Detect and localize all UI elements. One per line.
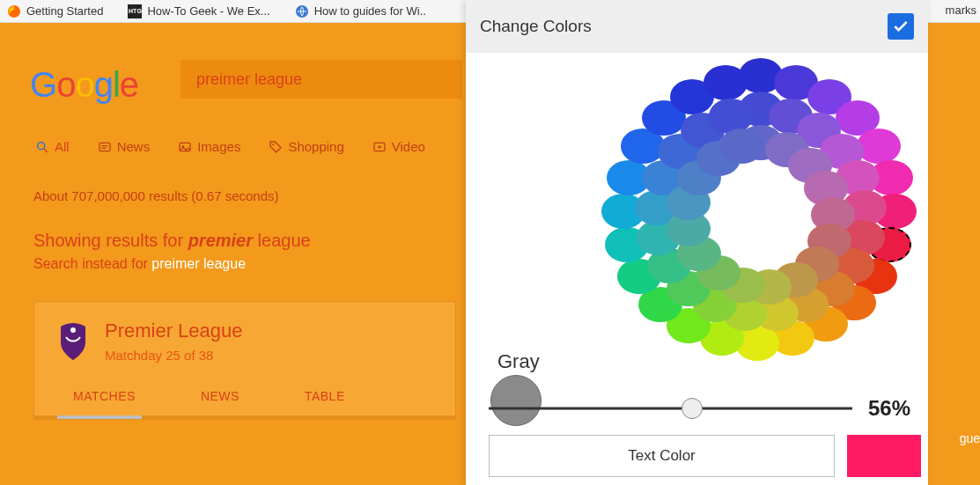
bookmark-label: Getting Started <box>26 4 103 18</box>
slider-value: 56% <box>868 396 910 421</box>
image-icon <box>178 140 192 154</box>
instead-prefix: Search instead for <box>33 256 151 271</box>
svg-rect-4 <box>99 143 110 151</box>
svg-point-11 <box>70 327 76 333</box>
color-wheel[interactable] <box>540 58 894 391</box>
htg-icon: HTG <box>128 4 142 18</box>
premier-league-card: Premier League Matchday 25 of 38 MATCHES… <box>33 301 456 420</box>
play-icon <box>372 140 387 154</box>
card-subtitle: Matchday 25 of 38 <box>105 348 243 363</box>
popup-header: Change Colors <box>466 0 928 53</box>
card-tab-news[interactable]: NEWS <box>201 389 239 403</box>
lightness-slider-row: 56% <box>489 396 910 421</box>
card-title[interactable]: Premier League <box>105 320 243 342</box>
bookmark-howtoguides[interactable]: How to guides for Wi.. <box>295 4 426 18</box>
lightness-slider[interactable] <box>489 396 852 421</box>
gray-label: Gray <box>497 350 540 373</box>
news-icon <box>98 140 112 154</box>
corrected-term[interactable]: premier <box>188 231 253 250</box>
search-icon <box>35 140 49 154</box>
svg-point-2 <box>38 142 45 149</box>
tab-shopping[interactable]: Shopping <box>269 139 343 154</box>
svg-line-3 <box>44 149 48 152</box>
tab-label: All <box>55 139 70 154</box>
current-color-swatch[interactable] <box>847 435 921 477</box>
card-tab-matches[interactable]: MATCHES <box>73 389 136 403</box>
bookmarks-overflow-label[interactable]: marks <box>946 4 976 17</box>
tab-label: Images <box>197 139 240 154</box>
premier-league-logo-icon <box>57 321 89 362</box>
bookmark-getting-started[interactable]: Getting Started <box>7 4 103 18</box>
tab-label: News <box>117 139 151 154</box>
firefox-icon <box>7 4 21 18</box>
apply-check-button[interactable] <box>888 13 914 40</box>
color-ellipse[interactable] <box>704 65 748 100</box>
showing-prefix: Showing results for <box>33 231 188 250</box>
slider-thumb[interactable] <box>682 398 703 419</box>
results-stats: About 707,000,000 results (0.67 seconds) <box>33 188 279 203</box>
search-input[interactable]: preimer league <box>181 60 462 99</box>
card-tabs: MATCHES NEWS TABLE <box>34 375 455 415</box>
search-instead-for: Search instead for preimer league <box>33 256 246 272</box>
color-ellipse[interactable] <box>857 129 901 164</box>
tab-news[interactable]: News <box>98 139 151 154</box>
tag-icon <box>269 140 283 154</box>
svg-point-9 <box>273 143 275 145</box>
popup-title: Change Colors <box>480 17 592 36</box>
search-value: preimer league <box>196 70 302 89</box>
tab-all[interactable]: All <box>35 139 70 154</box>
tab-videos[interactable]: Video <box>372 139 425 154</box>
instead-link[interactable]: preimer league <box>151 256 246 271</box>
color-wheel-area: Gray <box>466 53 928 387</box>
search-tabs: All News Images Shopping Video <box>35 139 425 154</box>
card-tab-table[interactable]: TABLE <box>305 389 345 403</box>
bookmark-howtogeek[interactable]: HTG How-To Geek - We Ex... <box>128 4 269 18</box>
showing-results-for: Showing results for premier league <box>33 231 311 251</box>
globe-icon <box>295 4 309 18</box>
tab-label: Shopping <box>288 139 343 154</box>
color-ellipse[interactable] <box>719 129 763 164</box>
change-colors-panel: Change Colors Gray 56% Text Color <box>466 0 928 485</box>
showing-suffix: league <box>253 231 311 250</box>
bookmark-label: How to guides for Wi.. <box>314 4 426 18</box>
right-edge-strip: gue ue is <box>932 46 980 485</box>
text-color-button[interactable]: Text Color <box>489 435 835 477</box>
bookmark-label: How-To Geek - We Ex... <box>147 4 269 18</box>
strip-text: gue <box>960 431 980 445</box>
check-icon <box>892 18 910 35</box>
google-logo[interactable]: Google <box>30 65 138 105</box>
popup-bottom-row: Text Color <box>489 435 921 477</box>
tab-images[interactable]: Images <box>178 139 240 154</box>
tab-label: Video <box>392 139 425 154</box>
